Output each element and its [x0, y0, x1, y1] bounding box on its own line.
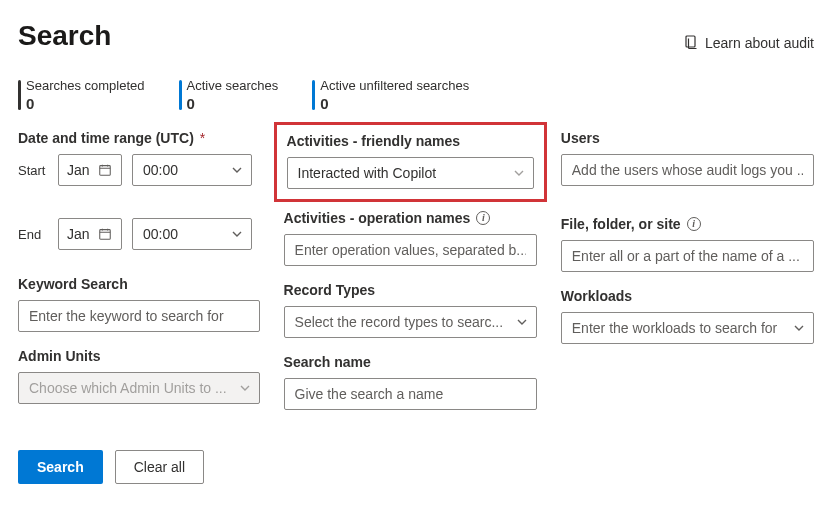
activities-friendly-highlight: Activities - friendly names Interacted w… [274, 122, 547, 202]
start-label: Start [18, 163, 48, 178]
users-label: Users [561, 130, 814, 146]
svg-rect-0 [686, 36, 695, 47]
users-input[interactable] [561, 154, 814, 186]
record-types-select[interactable]: Select the record types to searc... [284, 306, 537, 338]
chevron-down-icon [516, 316, 528, 328]
counter-active-unfiltered: Active unfiltered searches 0 [312, 78, 469, 112]
date-range-label: Date and time range (UTC) * [18, 130, 260, 146]
admin-units-select[interactable]: Choose which Admin Units to ... [18, 372, 260, 404]
start-date-picker[interactable]: Jan [58, 154, 122, 186]
svg-rect-1 [99, 166, 110, 176]
clear-all-button[interactable]: Clear all [115, 450, 204, 484]
required-asterisk: * [200, 130, 205, 146]
workloads-label: Workloads [561, 288, 814, 304]
end-date-picker[interactable]: Jan [58, 218, 122, 250]
svg-rect-2 [99, 230, 110, 240]
chevron-down-icon [513, 167, 525, 179]
activities-friendly-label: Activities - friendly names [287, 133, 534, 149]
search-button[interactable]: Search [18, 450, 103, 484]
search-name-input[interactable] [284, 378, 537, 410]
chevron-down-icon [231, 164, 243, 176]
search-name-label: Search name [284, 354, 537, 370]
record-types-label: Record Types [284, 282, 537, 298]
stack-icon [683, 34, 699, 53]
keyword-search-input[interactable] [18, 300, 260, 332]
activities-ops-input[interactable] [284, 234, 537, 266]
learn-about-audit-link[interactable]: Learn about audit [683, 34, 814, 53]
calendar-icon [98, 163, 112, 177]
file-folder-label: File, folder, or site i [561, 216, 814, 232]
chevron-down-icon [793, 322, 805, 334]
keyword-search-label: Keyword Search [18, 276, 260, 292]
end-time-select[interactable]: 00:00 [132, 218, 252, 250]
chevron-down-icon [239, 382, 251, 394]
learn-about-audit-label: Learn about audit [705, 35, 814, 51]
counters-row: Searches completed 0 Active searches 0 A… [18, 78, 814, 112]
page-title: Search [18, 20, 111, 52]
counter-searches-completed: Searches completed 0 [18, 78, 145, 112]
info-icon[interactable]: i [476, 211, 490, 225]
activities-ops-label: Activities - operation names i [284, 210, 537, 226]
chevron-down-icon [231, 228, 243, 240]
start-time-select[interactable]: 00:00 [132, 154, 252, 186]
activities-friendly-select[interactable]: Interacted with Copilot [287, 157, 534, 189]
counter-active-searches: Active searches 0 [179, 78, 279, 112]
file-folder-input[interactable] [561, 240, 814, 272]
calendar-icon [98, 227, 112, 241]
end-label: End [18, 227, 48, 242]
admin-units-label: Admin Units [18, 348, 260, 364]
workloads-select[interactable]: Enter the workloads to search for [561, 312, 814, 344]
info-icon[interactable]: i [687, 217, 701, 231]
